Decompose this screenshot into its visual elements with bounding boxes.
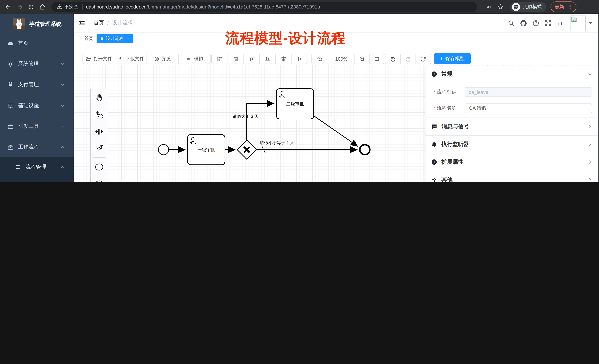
section-general[interactable]: i 常规 xyxy=(425,66,599,82)
address-bar[interactable]: 不安全 dashboard.yudao.iocoder.cn/bpm/manag… xyxy=(52,2,477,12)
sidebar-item-label: 首页 xyxy=(18,40,28,47)
hamburger-icon[interactable] xyxy=(79,19,86,26)
tag-view-bar: 首页 设计流程 × xyxy=(74,33,599,45)
plus-icon: + xyxy=(440,55,443,62)
search-icon[interactable] xyxy=(508,20,515,27)
chevron-down-icon xyxy=(60,62,65,66)
sidebar-item-label: 支付管理 xyxy=(18,81,39,88)
chevron-right-icon xyxy=(588,160,592,164)
font-size-icon[interactable]: TT xyxy=(557,20,565,27)
exclusive-gateway[interactable] xyxy=(237,140,256,159)
svg-text:T: T xyxy=(560,20,563,26)
zoom-in-icon[interactable] xyxy=(354,54,369,64)
zoom-reset-icon[interactable] xyxy=(369,54,384,64)
section-label: 扩展属性 xyxy=(441,159,464,166)
update-label: 更新 xyxy=(555,3,564,10)
tab-home[interactable]: 首页 xyxy=(79,34,99,43)
section-other[interactable]: 其他 xyxy=(425,171,599,182)
github-icon[interactable] xyxy=(520,19,527,27)
button-label: 模拟 xyxy=(194,56,203,62)
section-extended-attributes[interactable]: 扩展属性 xyxy=(425,153,599,171)
chevron-right-icon xyxy=(588,142,592,147)
sidebar-item-home[interactable]: 首页 xyxy=(0,34,74,53)
home-icon[interactable] xyxy=(39,4,45,10)
align-center-horizontal-icon[interactable] xyxy=(275,54,291,64)
process-name-input[interactable] xyxy=(465,103,592,113)
key-icon[interactable] xyxy=(486,4,492,10)
not-secure-label: 不安全 xyxy=(64,4,78,10)
button-label: 打开文件 xyxy=(94,56,112,62)
page-header: 首页 / 设计流程 TT xyxy=(74,14,599,33)
close-icon[interactable]: × xyxy=(127,36,129,41)
process-key-input[interactable] xyxy=(465,87,592,97)
section-message-signal[interactable]: 消息与信号 xyxy=(425,118,599,136)
properties-panel: i 常规 * 流程标识 * 流程名称 消息与信号 执行监听器 xyxy=(425,66,599,182)
incognito-icon xyxy=(512,2,520,11)
fullscreen-icon[interactable] xyxy=(545,20,552,27)
start-event[interactable] xyxy=(158,144,169,155)
align-center-vertical-icon[interactable] xyxy=(291,54,307,64)
section-label: 常规 xyxy=(441,71,452,78)
help-icon[interactable] xyxy=(532,20,539,27)
sidebar-item-process-form[interactable]: 流程表单 xyxy=(0,177,74,182)
sidebar-item-system[interactable]: 系统管理 xyxy=(0,54,74,74)
field-label: 流程标识 xyxy=(437,89,457,95)
sidebar-item-process-management[interactable]: 流程管理 xyxy=(0,158,74,176)
sidebar-item-infrastructure[interactable]: 基础设施 xyxy=(0,96,74,115)
url-text: dashboard.yudao.iocoder.cn/bpm/manager/m… xyxy=(86,4,320,10)
chevron-down-icon xyxy=(60,103,65,108)
app-logo-row[interactable]: 芋道管理系统 xyxy=(0,17,74,31)
refresh-icon[interactable] xyxy=(415,54,431,64)
flow-gateway-to-task2[interactable] xyxy=(247,103,274,140)
avatar[interactable] xyxy=(570,15,586,31)
undo-icon[interactable] xyxy=(385,54,400,64)
tab-design-process[interactable]: 设计流程 × xyxy=(97,34,133,43)
sidebar-item-workflow[interactable]: 工作流程 xyxy=(0,137,74,157)
section-label: 执行监听器 xyxy=(441,141,469,148)
required-mark: * xyxy=(434,105,435,111)
redo-icon[interactable] xyxy=(400,54,415,64)
sidebar-item-label: 基础设施 xyxy=(18,102,39,109)
align-right-icon[interactable] xyxy=(228,54,243,64)
field-process-name: * 流程名称 xyxy=(425,103,599,113)
zoom-out-icon[interactable] xyxy=(311,54,328,64)
active-dot xyxy=(101,37,103,40)
section-execution-listener[interactable]: 执行监听器 xyxy=(425,136,599,153)
screen: 不安全 dashboard.yudao.iocoder.cn/bpm/manag… xyxy=(0,0,599,182)
flow-task2-to-end[interactable] xyxy=(314,116,358,146)
simulate-button[interactable]: 模拟 xyxy=(178,54,210,64)
sidebar-item-payment[interactable]: ¥ 支付管理 xyxy=(0,75,74,94)
flow-label-gt3[interactable]: 请假大于 3 天 xyxy=(233,114,259,119)
end-event[interactable] xyxy=(360,145,370,155)
forward-icon[interactable] xyxy=(17,4,23,10)
align-left-icon[interactable] xyxy=(212,54,228,64)
reload-icon[interactable] xyxy=(28,4,34,10)
chevron-down-icon xyxy=(588,72,592,76)
bookmark-star-icon[interactable] xyxy=(497,4,503,10)
breadcrumb-separator: / xyxy=(107,20,109,26)
user-task-level2[interactable]: 二级审批 xyxy=(276,89,314,119)
button-label: 预览 xyxy=(162,56,171,62)
sidebar-item-label: 流程管理 xyxy=(26,164,46,170)
dashboard-icon xyxy=(7,40,14,46)
message-icon xyxy=(431,123,437,130)
field-process-key: * 流程标识 xyxy=(425,87,599,97)
toolbox-icon xyxy=(7,144,14,150)
breadcrumb-home[interactable]: 首页 xyxy=(94,20,104,26)
sidebar-item-devtools[interactable]: 研发工具 xyxy=(0,117,74,136)
send-icon xyxy=(431,177,437,182)
browser-update-button[interactable]: 更新 ⋮ xyxy=(551,1,576,12)
align-bottom-icon[interactable] xyxy=(259,54,275,64)
open-file-button[interactable]: 打开文件 xyxy=(83,54,115,64)
flow-label-le1[interactable]: 请假小于等于 1 天 xyxy=(260,140,294,145)
back-icon[interactable] xyxy=(5,4,11,10)
save-model-button[interactable]: + 保存模型 xyxy=(434,53,471,64)
download-file-button[interactable]: 下载文件 xyxy=(115,54,147,64)
user-task-level1[interactable]: 一级审批 xyxy=(188,135,225,165)
align-top-icon[interactable] xyxy=(243,54,259,64)
preview-button[interactable]: 预览 xyxy=(147,54,178,64)
zoom-level-value: 100% xyxy=(335,56,348,62)
browser-menu-icon[interactable]: ⋮ xyxy=(568,4,572,10)
gear-icon xyxy=(7,61,14,67)
section-label: 其他 xyxy=(441,176,452,182)
